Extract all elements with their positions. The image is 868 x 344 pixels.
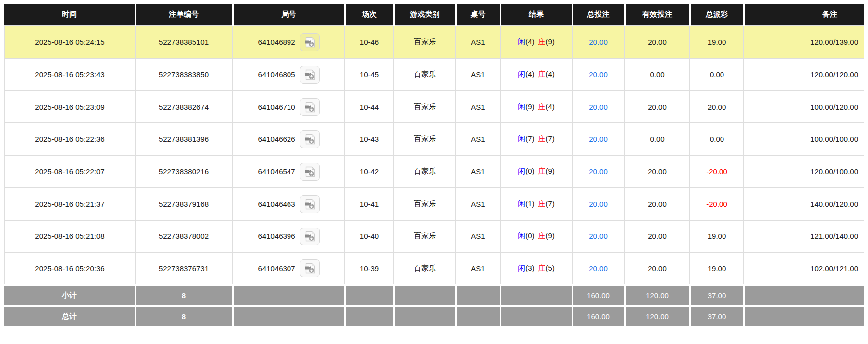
- subtotal-empty-result: [500, 285, 572, 306]
- cell-payout: 20.00: [690, 91, 744, 123]
- subtotal-label: 小计: [4, 285, 135, 306]
- cell-bet-number: 522738382674: [135, 91, 233, 123]
- cell-valid-bet: 20.00: [625, 220, 690, 252]
- player-points: (4): [525, 70, 534, 78]
- cell-total-bet[interactable]: 20.00: [572, 188, 625, 220]
- cell-time: 2025-08-16 05:21:08: [4, 220, 135, 252]
- cell-remark: 120.00/120.00: [744, 58, 864, 91]
- cell-valid-bet: 20.00: [625, 188, 690, 220]
- cell-round-number: 641046307: [233, 252, 345, 285]
- cell-total-bet[interactable]: 20.00: [572, 155, 625, 188]
- banker-label: 庄: [538, 70, 546, 78]
- player-points: (9): [525, 102, 534, 111]
- cell-round-number: 641046396: [233, 220, 345, 252]
- banker-label: 庄: [538, 231, 546, 240]
- cell-payout: 19.00: [690, 26, 744, 58]
- cell-result: 闲(1)庄(7): [500, 188, 572, 220]
- player-points: (1): [525, 199, 534, 208]
- subtotal-empty-session: [345, 285, 394, 306]
- grand-total-empty-remark: [744, 306, 864, 327]
- cell-time: 2025-08-16 05:20:36: [4, 252, 135, 285]
- column-header-table-number: 桌号: [456, 4, 500, 26]
- grand-total-empty-game: [394, 306, 456, 327]
- video-replay-button[interactable]: [300, 163, 320, 181]
- cell-result: 闲(0)庄(9): [500, 220, 572, 252]
- cell-total-bet[interactable]: 20.00: [572, 91, 625, 123]
- player-result: 闲(1): [518, 199, 534, 208]
- cell-total-bet[interactable]: 20.00: [572, 252, 625, 285]
- table-row[interactable]: 2025-08-16 05:20:36 522738376731 6410463…: [4, 252, 864, 285]
- subtotal-total-bet: 160.00: [572, 285, 625, 306]
- cell-session: 10-45: [345, 58, 394, 91]
- cell-valid-bet: 20.00: [625, 252, 690, 285]
- cell-game-type: 百家乐: [394, 58, 456, 91]
- cell-time: 2025-08-16 05:24:15: [4, 26, 135, 58]
- banker-result: 庄(9): [538, 37, 555, 46]
- video-replay-button[interactable]: [300, 98, 320, 116]
- cell-valid-bet: 20.00: [625, 155, 690, 188]
- banker-points: (4): [546, 102, 555, 111]
- cell-payout: 19.00: [690, 252, 744, 285]
- round-number-text: 641046805: [258, 70, 295, 79]
- cell-result: 闲(9)庄(4): [500, 91, 572, 123]
- player-label: 闲: [518, 134, 525, 143]
- video-replay-icon: [304, 199, 316, 210]
- cell-time: 2025-08-16 05:22:36: [4, 123, 135, 155]
- banker-points: (9): [546, 167, 555, 175]
- player-label: 闲: [518, 199, 525, 208]
- cell-total-bet[interactable]: 20.00: [572, 123, 625, 155]
- grand-total-row: 总计 8 160.00 120.00 37.00: [4, 306, 864, 327]
- cell-bet-number: 522738380216: [135, 155, 233, 188]
- banker-label: 庄: [538, 264, 546, 272]
- video-replay-button[interactable]: [300, 33, 320, 51]
- cell-valid-bet: 0.00: [625, 123, 690, 155]
- cell-total-bet[interactable]: 20.00: [572, 26, 625, 58]
- table-row[interactable]: 2025-08-16 05:23:43 522738383850 6410468…: [4, 58, 864, 91]
- banker-result: 庄(9): [538, 231, 555, 240]
- round-number-text: 641046307: [258, 264, 295, 273]
- cell-result: 闲(3)庄(5): [500, 252, 572, 285]
- subtotal-count: 8: [135, 285, 233, 306]
- cell-game-type: 百家乐: [394, 252, 456, 285]
- cell-result: 闲(4)庄(4): [500, 58, 572, 91]
- header-row: 时间 注单编号 局号 场次 游戏类别 桌号 结果 总投注 有效投注 总派彩 备注: [4, 4, 864, 26]
- table-row[interactable]: 2025-08-16 05:24:15 522738385101 6410468…: [4, 26, 864, 58]
- table-row[interactable]: 2025-08-16 05:23:09 522738382674 6410467…: [4, 91, 864, 123]
- video-replay-button[interactable]: [300, 130, 320, 148]
- cell-table-number: AS1: [456, 155, 500, 188]
- video-replay-icon: [304, 263, 316, 274]
- cell-total-bet[interactable]: 20.00: [572, 58, 625, 91]
- player-points: (0): [525, 167, 534, 175]
- video-replay-button[interactable]: [300, 195, 320, 213]
- player-points: (7): [525, 134, 534, 143]
- cell-table-number: AS1: [456, 26, 500, 58]
- player-result: 闲(4): [518, 70, 534, 78]
- banker-points: (4): [546, 70, 555, 78]
- cell-round-number: 641046626: [233, 123, 345, 155]
- player-result: 闲(3): [518, 264, 534, 272]
- table-row[interactable]: 2025-08-16 05:22:36 522738381396 6410466…: [4, 123, 864, 155]
- cell-session: 10-40: [345, 220, 394, 252]
- column-header-result: 结果: [500, 4, 572, 26]
- video-replay-button[interactable]: [300, 66, 320, 84]
- cell-remark: 121.00/140.00: [744, 220, 864, 252]
- table-row[interactable]: 2025-08-16 05:21:08 522738378002 6410463…: [4, 220, 864, 252]
- round-number-text: 641046892: [258, 38, 295, 46]
- grand-total-total-bet: 160.00: [572, 306, 625, 327]
- video-replay-icon: [304, 69, 316, 80]
- grand-total-payout: 37.00: [690, 306, 744, 327]
- cell-game-type: 百家乐: [394, 188, 456, 220]
- player-points: (4): [525, 37, 534, 46]
- cell-remark: 140.00/120.00: [744, 188, 864, 220]
- video-replay-button[interactable]: [300, 259, 320, 277]
- table-row[interactable]: 2025-08-16 05:21:37 522738379168 6410464…: [4, 188, 864, 220]
- table-row[interactable]: 2025-08-16 05:22:07 522738380216 6410465…: [4, 155, 864, 188]
- banker-label: 庄: [538, 134, 546, 143]
- cell-session: 10-46: [345, 26, 394, 58]
- player-label: 闲: [518, 167, 525, 175]
- cell-table-number: AS1: [456, 188, 500, 220]
- cell-total-bet[interactable]: 20.00: [572, 220, 625, 252]
- banker-label: 庄: [538, 167, 546, 175]
- video-replay-button[interactable]: [300, 228, 320, 245]
- subtotal-empty-round: [233, 285, 345, 306]
